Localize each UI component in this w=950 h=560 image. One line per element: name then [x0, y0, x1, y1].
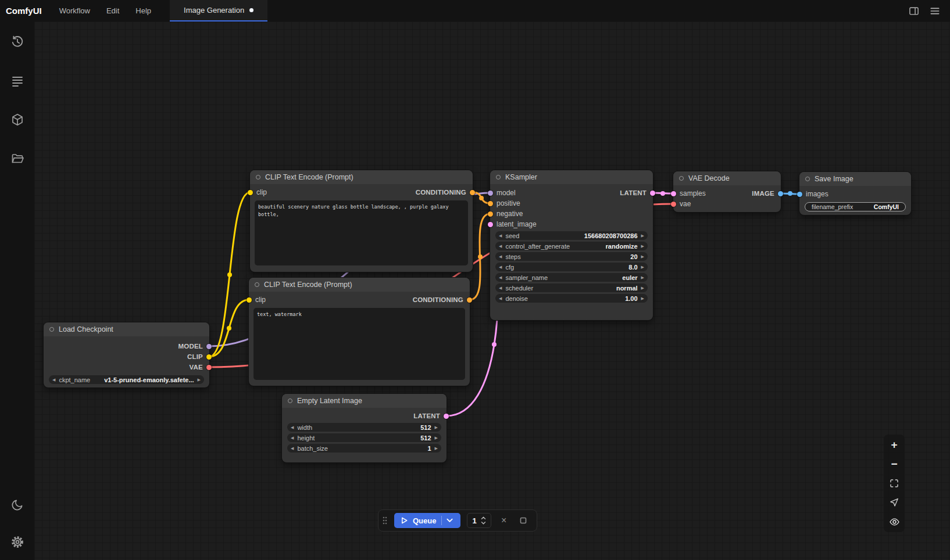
widget-ckpt-name[interactable]: ◀ ckpt_name v1-5-pruned-emaonly.safete..… [49, 375, 204, 384]
widget-control-after-generate[interactable]: ◀ control_after_generate randomize ▶ [495, 242, 648, 250]
drag-grip-icon[interactable] [382, 515, 388, 526]
arrow-left-icon[interactable]: ◀ [499, 265, 502, 269]
arrow-left-icon[interactable]: ◀ [291, 446, 294, 450]
slot-dot-model[interactable] [488, 191, 493, 196]
arrow-left-icon[interactable]: ◀ [499, 244, 502, 248]
collapse-dot-icon[interactable] [255, 282, 259, 287]
arrow-right-icon[interactable]: ▶ [435, 446, 438, 450]
slot-dot-vae[interactable] [206, 365, 212, 370]
widget-scheduler[interactable]: ◀ scheduler normal ▶ [495, 283, 648, 292]
collapse-dot-icon[interactable] [256, 175, 260, 180]
slot-dot-clip[interactable] [247, 297, 252, 303]
input-slot-positive[interactable]: positive [488, 199, 520, 207]
slot-dot-vae[interactable] [671, 202, 676, 207]
negative-prompt-input[interactable]: text, watermark [253, 308, 465, 380]
widget-denoise[interactable]: ◀ denoise 1.00 ▶ [495, 294, 648, 303]
output-slot-latent[interactable]: LATENT [413, 412, 449, 419]
panel-toggle-icon[interactable] [908, 5, 920, 17]
history-icon[interactable] [9, 33, 26, 51]
fit-view-button[interactable] [886, 475, 902, 491]
theme-moon-icon[interactable] [9, 496, 26, 514]
stepper-up-icon[interactable] [481, 516, 486, 520]
slot-dot-conditioning[interactable] [488, 211, 493, 217]
select-pointer-button[interactable] [886, 494, 902, 511]
input-slot-vae[interactable]: vae [671, 200, 691, 208]
node-header[interactable]: VAE Decode [673, 171, 781, 185]
slot-dot-clip[interactable] [206, 354, 212, 360]
node-header[interactable]: Empty Latent Image [282, 394, 447, 408]
settings-gear-icon[interactable] [9, 533, 26, 551]
output-slot-clip[interactable]: CLIP [187, 353, 212, 360]
widget-width[interactable]: ◀ width 512 ▶ [287, 423, 441, 432]
batch-count-stepper[interactable]: 1 [467, 513, 491, 528]
arrow-right-icon[interactable]: ▶ [435, 425, 438, 429]
output-slot-vae[interactable]: VAE [190, 364, 212, 371]
arrow-right-icon[interactable]: ▶ [641, 244, 644, 248]
queue-list-icon[interactable] [9, 72, 26, 89]
arrow-right-icon[interactable]: ▶ [641, 254, 644, 259]
output-slot-model[interactable]: MODEL [178, 343, 212, 350]
node-load-checkpoint[interactable]: Load Checkpoint MODEL CLIP VAE [44, 322, 209, 387]
slot-dot-latent[interactable] [671, 191, 676, 196]
toggle-link-visibility-eye-button[interactable] [886, 514, 902, 530]
slot-dot-image[interactable] [778, 191, 783, 196]
collapse-dot-icon[interactable] [679, 176, 684, 181]
arrow-left-icon[interactable]: ◀ [291, 425, 294, 429]
output-slot-conditioning[interactable]: CONDITIONING [416, 189, 475, 196]
node-header[interactable]: KSampler [490, 170, 653, 184]
widget-filename-prefix[interactable]: filename_prefix ComfyUI [805, 202, 906, 211]
arrow-right-icon[interactable]: ▶ [641, 275, 644, 279]
input-slot-negative[interactable]: negative [488, 210, 523, 218]
widget-batch-size[interactable]: ◀ batch_size 1 ▶ [287, 444, 441, 453]
widget-steps[interactable]: ◀ steps 20 ▶ [495, 252, 648, 261]
input-slot-clip[interactable]: clip [247, 296, 266, 304]
slot-dot-conditioning[interactable] [488, 201, 493, 206]
arrow-right-icon[interactable]: ▶ [641, 286, 644, 290]
stepper-down-icon[interactable] [481, 521, 486, 525]
workflows-folder-icon[interactable] [9, 150, 26, 167]
model-library-cube-icon[interactable] [9, 111, 26, 128]
widget-seed[interactable]: ◀ seed 156680208700286 ▶ [495, 231, 648, 240]
node-header[interactable]: CLIP Text Encode (Prompt) [249, 278, 470, 292]
arrow-right-icon[interactable]: ▶ [198, 378, 201, 382]
menu-edit[interactable]: Edit [98, 0, 127, 21]
slot-dot-model[interactable] [206, 344, 212, 349]
input-slot-samples[interactable]: samples [671, 189, 706, 198]
collapse-dot-icon[interactable] [49, 327, 54, 332]
cancel-run-icon[interactable]: × [498, 514, 510, 527]
node-vae-decode[interactable]: VAE Decode samples IMAGE vae [673, 171, 781, 212]
output-slot-latent[interactable]: LATENT [620, 189, 655, 196]
node-ksampler[interactable]: KSampler model LATENT positive [490, 170, 653, 320]
arrow-left-icon[interactable]: ◀ [499, 254, 502, 259]
menu-workflow[interactable]: Workflow [51, 0, 98, 21]
widget-sampler-name[interactable]: ◀ sampler_name euler ▶ [495, 273, 648, 282]
widget-height[interactable]: ◀ height 512 ▶ [287, 433, 441, 442]
input-slot-model[interactable]: model [488, 189, 516, 197]
collapse-dot-icon[interactable] [805, 177, 810, 181]
node-clip-text-encode-negative[interactable]: CLIP Text Encode (Prompt) clip CONDITION… [249, 278, 470, 386]
arrow-right-icon[interactable]: ▶ [641, 296, 644, 300]
arrow-left-icon[interactable]: ◀ [499, 234, 502, 238]
input-slot-images[interactable]: images [797, 190, 828, 198]
arrow-right-icon[interactable]: ▶ [641, 234, 644, 238]
stop-icon[interactable] [517, 514, 530, 527]
node-save-image[interactable]: Save Image images filename_prefix ComfyU… [799, 172, 911, 215]
node-header[interactable]: CLIP Text Encode (Prompt) [250, 170, 473, 184]
arrow-left-icon[interactable]: ◀ [499, 275, 502, 279]
positive-prompt-input[interactable]: beautiful scenery nature glass bottle la… [255, 200, 468, 265]
zoom-out-button[interactable]: − [886, 456, 902, 472]
menu-help[interactable]: Help [127, 0, 159, 21]
input-slot-latent-image[interactable]: latent_image [488, 220, 537, 228]
queue-button[interactable]: Queue [394, 513, 460, 528]
queue-options-chevron-icon[interactable] [441, 516, 458, 525]
collapse-dot-icon[interactable] [288, 399, 292, 403]
slot-dot-latent[interactable] [444, 414, 449, 419]
hamburger-menu-icon[interactable] [929, 5, 941, 17]
widget-cfg[interactable]: ◀ cfg 8.0 ▶ [495, 263, 648, 271]
node-empty-latent-image[interactable]: Empty Latent Image LATENT ◀ width 512 ▶ … [282, 394, 447, 462]
input-slot-clip[interactable]: clip [248, 188, 267, 196]
slot-dot-conditioning[interactable] [470, 190, 475, 195]
arrow-left-icon[interactable]: ◀ [499, 286, 502, 290]
arrow-right-icon[interactable]: ▶ [641, 265, 644, 269]
tab-image-generation[interactable]: Image Generation [170, 0, 267, 21]
